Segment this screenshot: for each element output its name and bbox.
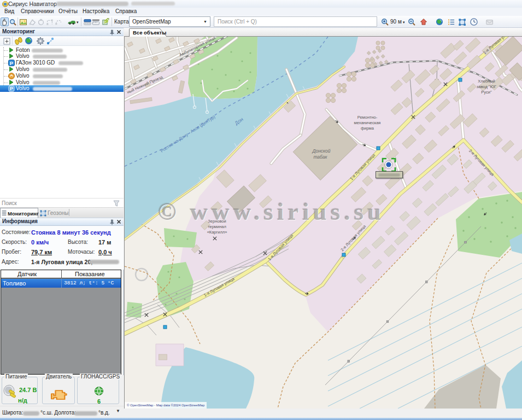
svg-text:Хлебный: Хлебный: [478, 79, 495, 84]
svg-text:Донской: Донской: [312, 148, 330, 154]
svg-text:P: P: [10, 86, 13, 91]
svg-text:табак: табак: [313, 154, 327, 160]
svg-text:механическая: механическая: [354, 120, 381, 125]
svg-text:Ремонтно-: Ремонтно-: [357, 115, 378, 120]
svg-text:фирма: фирма: [361, 126, 374, 131]
svg-text:завод "ЮГ: завод "ЮГ: [477, 84, 496, 89]
svg-text:P: P: [10, 60, 14, 66]
svg-text:«Каргилл»: «Каргилл»: [207, 230, 227, 235]
svg-text:Руси": Руси": [481, 90, 492, 95]
